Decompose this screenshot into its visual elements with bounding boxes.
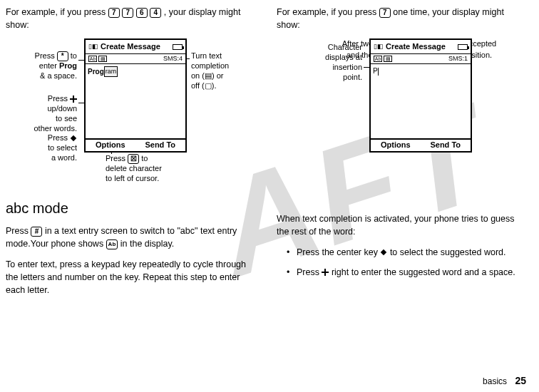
keycap-6: 6 bbox=[136, 8, 148, 18]
ann-char-insert: Character displays at insertion point. bbox=[298, 43, 362, 82]
keycap-7b: 7 bbox=[122, 8, 133, 18]
sms-count-r: SMS:1 bbox=[448, 54, 468, 63]
abc-para1: Press # in a text entry screen to switch… bbox=[6, 225, 255, 250]
suggested-text: ram bbox=[104, 66, 118, 77]
mode-indicator-ab: Ab bbox=[88, 56, 97, 62]
right-para1: When text completion is activated, your … bbox=[277, 212, 526, 238]
battery-icon-r bbox=[458, 44, 468, 50]
ann-star: Press * to enter Prog & a space. bbox=[6, 51, 77, 81]
left-intro: For example, if you press 7 7 6 4 , your… bbox=[6, 6, 255, 31]
right-phone-diagram: Character displays at insertion point. ▯… bbox=[277, 38, 526, 202]
mode-indicator-ab-r: Ab bbox=[374, 56, 382, 62]
mode-indicator-comp: ▤ bbox=[98, 56, 107, 62]
keycap-4: 4 bbox=[150, 8, 161, 18]
phone-body: Program bbox=[86, 64, 185, 138]
softkey-options-r: Options bbox=[381, 140, 411, 151]
softkey-sendto-r: Send To bbox=[430, 140, 461, 151]
dpad-icon-b2 bbox=[322, 269, 329, 276]
left-phone-diagram: Press * to enter Prog & a space. Press u… bbox=[6, 38, 255, 188]
hash-key-icon: # bbox=[31, 227, 42, 237]
abc-para2: To enter text, press a keypad key repeat… bbox=[6, 258, 255, 296]
completion-off-icon: ▢ bbox=[205, 81, 212, 90]
softkey-sendto: Send To bbox=[145, 140, 175, 151]
ann-nav: Press up/down to see other words. Press … bbox=[6, 94, 77, 163]
signal-icon-r: ▯◧ bbox=[374, 42, 384, 51]
right-intro: For example, if you press 7 one time, yo… bbox=[277, 6, 526, 31]
ann-delete: Press ☒ to delete character to left of c… bbox=[106, 154, 191, 184]
keycap-7a: 7 bbox=[108, 8, 120, 18]
mode-indicator-comp-r: ▤ bbox=[384, 56, 392, 62]
left-column: For example, if you press 7 7 6 4 , your… bbox=[6, 6, 255, 392]
phone-title-r: Create Message bbox=[386, 41, 456, 53]
center-key-icon bbox=[70, 135, 77, 142]
delete-key-icon: ☒ bbox=[128, 154, 139, 164]
softkey-options: Options bbox=[96, 140, 125, 151]
cursor-icon bbox=[378, 68, 379, 76]
star-key-icon: * bbox=[57, 51, 68, 61]
typed-char: P bbox=[373, 66, 378, 77]
bullet-list: Press the center key to select the sugge… bbox=[277, 246, 526, 279]
keycap-7r: 7 bbox=[379, 8, 391, 18]
completion-on-icon: ▤ bbox=[205, 71, 212, 80]
center-key-icon-b1 bbox=[380, 249, 387, 256]
battery-icon bbox=[173, 44, 183, 50]
ann-completion: Turn text completion on (▤) or off (▢). bbox=[191, 51, 255, 91]
intro-text: For example, if you press bbox=[6, 7, 108, 17]
ab-indicator-icon: Ab bbox=[106, 239, 118, 249]
dpad-icon bbox=[70, 96, 77, 103]
abc-mode-heading: abc mode bbox=[6, 198, 255, 219]
phone-body-r: P bbox=[371, 64, 471, 138]
bullet-2: Press right to enter the suggested word … bbox=[287, 266, 526, 279]
bullet-1: Press the center key to select the sugge… bbox=[287, 246, 526, 259]
phone-mockup-right: ▯◧ Create Message Ab ▤ SMS:1 P bbox=[369, 38, 472, 153]
phone-title: Create Message bbox=[101, 41, 170, 53]
phone-mockup-left: ▯◧ Create Message Ab ▤ SMS:4 Program bbox=[84, 38, 187, 153]
typed-text: Prog bbox=[88, 67, 104, 78]
right-column: For example, if you press 7 one time, yo… bbox=[277, 6, 526, 392]
signal-icon: ▯◧ bbox=[88, 42, 98, 51]
sms-count: SMS:4 bbox=[163, 54, 183, 63]
